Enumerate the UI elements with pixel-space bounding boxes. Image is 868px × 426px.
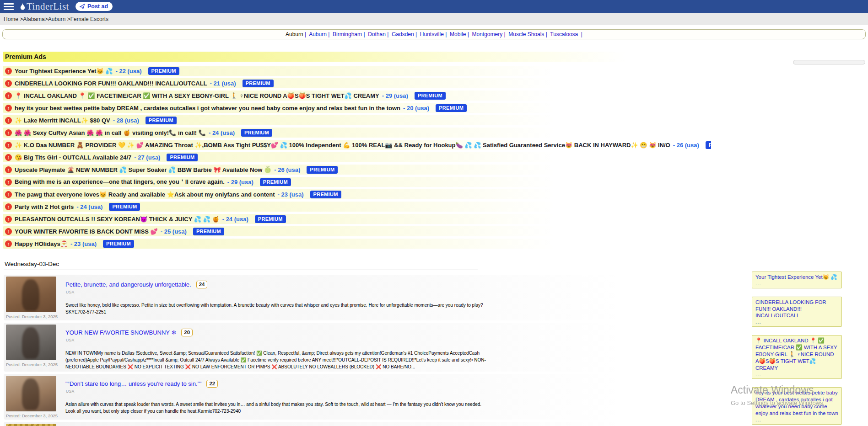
listing-thumb-column: Posted: December 3, 2025	[6, 376, 57, 418]
listing-posted-date: Posted: December 3, 2025	[6, 362, 57, 367]
city-link-auburn[interactable]: Auburn	[309, 31, 327, 37]
sidebar-premium-box: CINDERELLA LOOKING FOR FUN!!! OAKLAND!!!…	[752, 297, 842, 327]
premium-ad-age: - 27 (usa)	[134, 154, 160, 161]
boost-arrow-icon: ↑	[5, 191, 12, 198]
listing-country: USA	[66, 389, 486, 394]
listing-row: A lady for all occasions 38 USA	[4, 422, 619, 426]
premium-ad-link[interactable]: 😘 Big Tits Girl - OUTCALL Available 24/7	[15, 154, 131, 161]
sidebar-premium-link[interactable]: 📍 INCALL OAKLAND 📍 ✅ FACETIME/CAR ✅ WITH…	[755, 337, 838, 372]
premium-ad-link[interactable]: 🌺 🌺 Sexy CuRvy Asian 🌺 🌺 in call 🍯 visit…	[15, 129, 206, 136]
premium-ad-link[interactable]: CINDERELLA LOOKING FOR FUN!!! OAKLAND!!!…	[15, 80, 207, 87]
listing-body: A lady for all occasions 38 USA	[65, 424, 142, 426]
listing-row: Posted: December 3, 2025 "“Don't stare t…	[4, 374, 619, 420]
premium-ad-age: - 26 (usa)	[274, 166, 300, 173]
listing-thumbnail[interactable]	[6, 376, 56, 411]
premium-ad-link[interactable]: 📍 INCALL OAKLAND 📍 ✅ FACETIME/CAR ✅ WITH…	[15, 92, 379, 99]
premium-ad-row: ↑ hey its your best wettes petite baby D…	[3, 103, 711, 113]
sidebar-more-ellipsis: ...	[755, 417, 838, 423]
premium-ad-link[interactable]: Upscale Playmate 🌋 NEW NUMBER 💦 Super So…	[15, 166, 271, 173]
premium-ad-row: ↑ Upscale Playmate 🌋 NEW NUMBER 💦 Super …	[3, 165, 711, 175]
listings-section: Wednesday-03-Dec Posted: December 3, 202…	[4, 261, 868, 426]
listing-age-badge: 20	[181, 329, 193, 336]
premium-ad-row: ↑ 🌺 🌺 Sexy CuRvy Asian 🌺 🌺 in call 🍯 vis…	[3, 128, 711, 138]
city-link-huntsville[interactable]: Huntsville	[420, 31, 444, 37]
boost-arrow-icon: ↑	[5, 142, 12, 149]
city-links: Auburn | Auburn | Birmingham | Dothan | …	[286, 31, 582, 37]
premium-ad-age: - 23 (usa)	[277, 191, 303, 198]
premium-ads-section: Premium Ads ↑ Your Tightest Experience Y…	[3, 52, 865, 249]
premium-ad-age: - 28 (usa)	[113, 117, 139, 124]
sidebar-premium-box: 📍 INCALL OAKLAND 📍 ✅ FACETIME/CAR ✅ WITH…	[752, 335, 842, 379]
city-link-tuscaloosa[interactable]: Tuscaloosa	[550, 31, 578, 37]
city-link-gadsden[interactable]: Gadsden	[392, 31, 414, 37]
premium-ad-link[interactable]: PLEASANTON OUTCALLS !! SEXY KOREAN😈 THIC…	[15, 216, 220, 223]
premium-ad-link[interactable]: hey its your best wettes petite baby DRE…	[15, 105, 400, 112]
premium-ad-row: ↑ Your Tightest Experience Yet😼 💦 - 22 (…	[3, 66, 711, 76]
listing-thumbnail[interactable]	[6, 325, 56, 360]
city-separator: |	[502, 31, 508, 37]
sidebar-premium-box: hey its your best wettes petite baby DRE…	[752, 387, 842, 424]
premium-ad-age: - 21 (usa)	[210, 80, 236, 87]
premium-ad-link[interactable]: Your Tightest Experience Yet😼 💦	[15, 68, 113, 75]
city-separator: |	[578, 31, 582, 37]
premium-ad-age: - 29 (usa)	[382, 92, 408, 99]
boost-arrow-icon: ↑	[5, 216, 12, 223]
premium-badge: PREMIUM	[241, 129, 272, 137]
premium-ad-link[interactable]: The pawg that everyone loves😼 Ready and …	[15, 191, 275, 198]
listing-age-badge: 22	[206, 380, 218, 388]
city-links-box: Auburn | Auburn | Birmingham | Dothan | …	[2, 29, 866, 39]
listing-title-link[interactable]: Petite, brunette, and dangerously unforg…	[65, 281, 191, 288]
boost-arrow-icon: ↑	[5, 179, 12, 186]
sidebar-premium-link[interactable]: hey its your best wettes petite baby DRE…	[755, 389, 838, 417]
premium-ad-row: ↑ Party with 2 Hot girls - 24 (usa) PREM…	[3, 202, 711, 212]
city-link-birmingham[interactable]: Birmingham	[333, 31, 362, 37]
premium-badge: PREMIUM	[103, 240, 134, 248]
premium-ad-age: - 20 (usa)	[403, 105, 429, 112]
listing-country: USA	[66, 290, 483, 294]
listing-body: YOUR NEW FAVORITE SNOWBUNNY ❄ 20 USA NEW…	[65, 325, 486, 370]
premium-ad-row: ↑ ✨ K.O Daa NUMBER 🧸 PROVIDER 💛 ✨ 💕 AMAZ…	[3, 140, 711, 150]
city-separator: |	[414, 31, 420, 37]
breadcrumb[interactable]: Home >Alabama>Auburn >Female Escorts	[0, 13, 868, 25]
premium-ad-link[interactable]: Happy HOlidays🎅	[15, 240, 68, 247]
premium-ad-link[interactable]: YOUR WINTER FAVORITE IS BACK DONT MISS 💕	[15, 228, 158, 235]
premium-ad-link[interactable]: Being with me is an experience—one that …	[15, 178, 225, 186]
sidebar-premium-link[interactable]: Your Tightest Experience Yet😼 💦	[755, 274, 838, 281]
premium-badge: PREMIUM	[436, 104, 467, 112]
premium-ad-age: - 23 (usa)	[70, 240, 97, 247]
boost-arrow-icon: ↑	[5, 117, 12, 124]
premium-badge: PREMIUM	[167, 154, 198, 161]
premium-ad-row: ↑ 📍 INCALL OAKLAND 📍 ✅ FACETIME/CAR ✅ WI…	[3, 91, 711, 101]
premium-ad-link[interactable]: Party with 2 Hot girls	[15, 203, 74, 210]
boost-arrow-icon: ↑	[5, 68, 12, 75]
sidebar-premium-link[interactable]: CINDERELLA LOOKING FOR FUN!!! OAKLAND!!!…	[755, 299, 838, 320]
city-link-muscle-shoals[interactable]: Muscle Shoals	[508, 31, 544, 37]
post-ad-button[interactable]: Post ad	[75, 2, 113, 11]
premium-ad-age: - 24 (usa)	[222, 216, 248, 223]
city-link-montgomery[interactable]: Montgomery	[472, 31, 502, 37]
premium-ad-row: ↑ CINDERELLA LOOKING FOR FUN!!! OAKLAND!…	[3, 78, 711, 88]
listing-title-link[interactable]: YOUR NEW FAVORITE SNOWBUNNY ❄	[65, 329, 176, 336]
premium-badge: PREMIUM	[310, 191, 341, 198]
horizontal-scrollbar[interactable]	[793, 60, 865, 64]
premium-ads-header: Premium Ads	[3, 52, 711, 62]
listing-country: USA	[66, 338, 486, 342]
city-link-dothan[interactable]: Dothan	[368, 31, 386, 37]
premium-ads-list: ↑ Your Tightest Experience Yet😼 💦 - 22 (…	[3, 66, 865, 249]
brand-logo[interactable]: TinderList	[19, 1, 69, 12]
menu-icon[interactable]	[4, 3, 14, 10]
premium-ad-row: ↑ PLEASANTON OUTCALLS !! SEXY KOREAN😈 TH…	[3, 214, 711, 224]
premium-ad-link[interactable]: ✨ K.O Daa NUMBER 🧸 PROVIDER 💛 ✨ 💕 AMAZIN…	[15, 142, 670, 149]
premium-ad-age: - 25 (usa)	[161, 228, 187, 235]
listing-title-link[interactable]: "“Don't stare too long… unless you're re…	[65, 380, 201, 387]
premium-ad-row: ↑ 😘 Big Tits Girl - OUTCALL Available 24…	[3, 152, 711, 162]
listing-thumbnail[interactable]	[6, 277, 56, 312]
brand-name: TinderList	[27, 1, 69, 12]
post-ad-label: Post ad	[87, 3, 108, 10]
city-separator: |	[303, 31, 309, 37]
listing-thumbnail[interactable]	[6, 424, 56, 426]
premium-badge: PREMIUM	[706, 141, 711, 149]
city-link-mobile[interactable]: Mobile	[450, 31, 466, 37]
listing-posted-date: Posted: December 3, 2025	[6, 314, 57, 319]
premium-ad-link[interactable]: ✨ Lake Merritt INCALL✨ $80 QV	[15, 117, 110, 124]
